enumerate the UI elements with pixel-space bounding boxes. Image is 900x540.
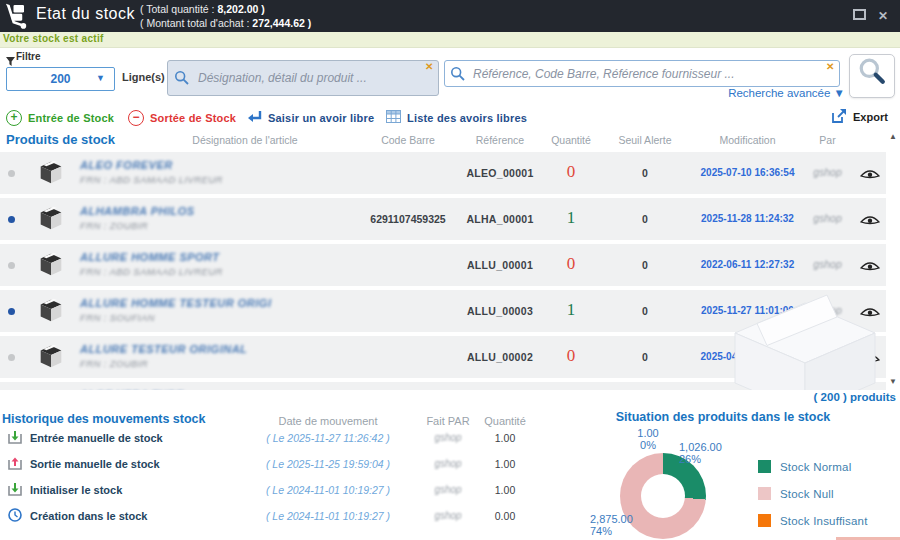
stock-status-dot (8, 262, 15, 269)
product-supplier: FRN : ZOUBIR (80, 358, 148, 369)
column-header-reference[interactable]: Référence (450, 134, 550, 146)
history-date: ( Le 2024-11-01 10:19:27 ) (258, 510, 398, 522)
product-name: ALLURE HOMME SPORT (80, 251, 220, 263)
view-eye-icon[interactable] (860, 351, 880, 369)
status-bar (0, 32, 900, 48)
legend-swatch-null (758, 487, 771, 500)
table-row[interactable]: ALLURE TESTEUR ORIGINAL FRN : ZOUBIR ALL… (0, 336, 886, 378)
return-arrow-icon (246, 110, 262, 126)
history-header-quantity: Quantité (475, 415, 535, 427)
products-title: Produits de stock (6, 132, 115, 147)
history-row[interactable]: Initialiser le stock ( Le 2024-11-01 10:… (0, 480, 535, 502)
view-eye-icon[interactable] (860, 259, 880, 277)
history-by: gshop (420, 458, 476, 469)
stock-status-dot (8, 354, 15, 361)
modified-cell: 2025-04-30 18:42:00 (690, 351, 805, 362)
clear-search-icon[interactable]: ✕ (425, 61, 433, 72)
total-amount-label: ( Montant total d'achat : (140, 17, 249, 29)
history-date: ( Le 2025-11-27 11:26:42 ) (258, 432, 398, 444)
search-button[interactable] (849, 54, 895, 98)
column-header-modification[interactable]: Modification (690, 134, 805, 146)
history-quantity: 1.00 (475, 484, 535, 496)
column-header-quantity[interactable]: Quantité (541, 134, 601, 146)
product-supplier: FRN : ABD SAMAAD LIVREUR (80, 174, 223, 185)
table-row[interactable]: ALLURE HOMME TESTEUR ORIGI FRN : SOUFIAN… (0, 290, 886, 332)
free-credit-list-button[interactable]: Liste des avoirs libres (386, 110, 527, 125)
by-cell: gshop (795, 304, 860, 316)
minimize-button[interactable] (850, 5, 868, 21)
chart-title: Situation des produits dans le stock (545, 410, 900, 424)
quantity-cell: 0 (541, 346, 601, 366)
by-cell: gshop (795, 350, 860, 362)
stock-status-window: Etat du stock ( Total quantité : 8,202.0… (0, 0, 900, 540)
export-button[interactable]: Export (831, 108, 888, 126)
quantity-cell: 0 (541, 254, 601, 274)
history-by: gshop (420, 432, 476, 443)
search-icon (858, 57, 886, 85)
stock-status-dot (8, 216, 15, 223)
view-eye-icon[interactable] (860, 305, 880, 323)
clear-search-icon[interactable]: ✕ (826, 61, 834, 72)
donut-label-insufficient: 1.00 0% (625, 427, 671, 451)
table-grid-icon (386, 110, 401, 125)
status-message: Votre stock est actif (3, 33, 104, 44)
history-row[interactable]: Entrée manuelle de stock ( Le 2025-11-27… (0, 428, 535, 450)
product-supplier: FRN : ABD SAMAAD LIVREUR (80, 266, 223, 277)
stock-in-icon (8, 430, 22, 448)
minus-circle-icon: − (128, 110, 144, 126)
column-header-designation[interactable]: Désignation de l'article (130, 134, 360, 146)
reference-search-input[interactable] (444, 60, 840, 87)
product-box-icon (36, 203, 66, 237)
lines-label: Ligne(s) (122, 71, 165, 83)
by-cell: gshop (795, 166, 860, 178)
product-box-icon (36, 295, 66, 329)
hand-truck-icon (3, 2, 31, 34)
products-count: ( 200 ) produits (700, 391, 896, 403)
reference-cell: ALHA_00001 (450, 213, 550, 225)
search-icon (174, 70, 190, 90)
history-header-date: Date de mouvement (258, 415, 398, 427)
modified-cell: 2025-11-27 11:01:00 (690, 305, 805, 316)
history-row[interactable]: Création dans le stock ( Le 2024-11-01 1… (0, 506, 535, 528)
stock-out-button[interactable]: − Sortée de Stock (128, 110, 236, 126)
table-row[interactable]: ALLURE HOMME SPORT FRN : ABD SAMAAD LIVR… (0, 244, 886, 286)
reference-cell: ALLU_00001 (450, 259, 550, 271)
history-quantity: 1.00 (475, 458, 535, 470)
history-by: gshop (420, 484, 476, 495)
by-cell: gshop (795, 212, 860, 224)
product-supplier: FRN : ZOUBIR (80, 220, 148, 231)
filter-label: Filtre (16, 51, 40, 62)
stock-status-dot (8, 170, 15, 177)
product-box-icon (36, 341, 66, 375)
product-search-input[interactable] (167, 60, 439, 96)
table-row[interactable]: ALEO FOREVER FRN : ABD SAMAAD LIVREUR AL… (0, 152, 886, 194)
quantity-cell: 1 (541, 208, 601, 228)
history-title: Historique des mouvements stock (2, 412, 206, 426)
stock-in-button[interactable]: + Entrée de Stock (6, 110, 114, 126)
column-header-barcode[interactable]: Code Barre (358, 134, 458, 146)
product-name: ALLURE HOMME TESTEUR ORIGI (80, 297, 271, 309)
table-row[interactable]: ALOE VERA TUBE 5910000000001 ALOE_00001 … (0, 382, 886, 390)
view-eye-icon[interactable] (860, 167, 880, 185)
history-label: Entrée manuelle de stock (30, 432, 163, 444)
close-button[interactable]: ✕ (874, 8, 892, 24)
page-title: Etat du stock (36, 5, 135, 23)
clock-icon (8, 508, 22, 526)
legend-item-normal: Stock Normal (758, 460, 851, 473)
free-credit-button[interactable]: Saisir un avoir libre (246, 110, 374, 126)
table-row[interactable]: ALHAMBRA PHILOS FRN : ZOUBIR 62911074593… (0, 198, 886, 240)
scroll-down-button[interactable]: ▼ (886, 376, 900, 388)
column-header-alert[interactable]: Seuil Alerte (608, 134, 682, 146)
advanced-search-link[interactable]: Recherche avancée ▼ (700, 87, 845, 99)
view-eye-icon[interactable] (860, 213, 880, 231)
history-row[interactable]: Sortie manuelle de stock ( Le 2025-11-25… (0, 454, 535, 476)
stock-status-dot (8, 308, 15, 315)
modified-cell: 2022-06-11 12:27:32 (690, 259, 805, 270)
reference-cell: ALEO_00001 (450, 167, 550, 179)
alert-cell: 0 (608, 167, 682, 179)
column-header-par[interactable]: Par (795, 134, 860, 146)
scroll-up-button[interactable]: ▲ (886, 131, 900, 143)
product-box-icon (36, 157, 66, 191)
legend-swatch-insufficient (758, 514, 771, 527)
alert-cell: 0 (608, 213, 682, 225)
